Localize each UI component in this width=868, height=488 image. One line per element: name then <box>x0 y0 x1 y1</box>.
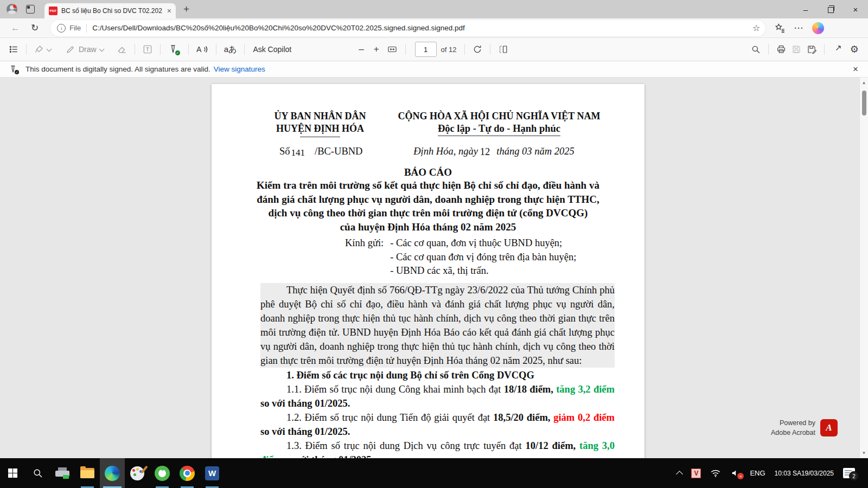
taskbar-printer-app[interactable] <box>50 458 75 488</box>
save-as-icon[interactable] <box>807 44 816 54</box>
print-icon[interactable] <box>776 44 786 54</box>
draw-label: Draw <box>79 45 97 54</box>
search-icon[interactable] <box>751 44 761 54</box>
report-heading: BÁO CÁO <box>212 166 644 178</box>
taskbar-search-button[interactable] <box>25 458 50 488</box>
url-text: C:/Users/Dell/Downloads/BC%20số%20liệu%2… <box>92 24 748 32</box>
minimize-button[interactable]: – <box>793 0 818 18</box>
address-input[interactable]: i File C:/Users/Dell/Downloads/BC%20số%2… <box>50 20 765 36</box>
signature-banner-icon: ✓ <box>9 65 17 74</box>
vertical-scrollbar[interactable]: ▲ ▼ <box>859 78 868 458</box>
tray-expand-chevron[interactable] <box>677 470 682 477</box>
item-1-1-text: 1.1. Điểm số trục nội dung Công khai min… <box>286 384 504 395</box>
toolbar-separator <box>244 44 245 55</box>
clock[interactable]: 10:03 SA 19/03/2025 <box>775 469 834 478</box>
pdf-viewport[interactable]: ỦY BAN NHÂN DÂN HUYỆN ĐỊNH HÓA CỘNG HÒA … <box>0 78 868 458</box>
start-button[interactable] <box>0 458 25 488</box>
chevron-down-icon[interactable] <box>99 46 104 52</box>
toolbar-separator <box>824 44 825 55</box>
settings-gear-icon[interactable]: ⚙ <box>850 43 859 55</box>
language-indicator[interactable]: ENG <box>750 469 765 477</box>
draw-icon[interactable]: Draw <box>66 44 104 54</box>
doc-date-day: 12 <box>480 146 490 157</box>
fullscreen-icon[interactable] <box>832 44 842 54</box>
taskbar-file-explorer[interactable] <box>75 458 100 488</box>
profile-avatar-icon[interactable] <box>7 4 17 15</box>
favorite-star-icon[interactable]: ☆ <box>752 23 760 33</box>
star-lines-icon <box>774 23 785 34</box>
highlight-icon[interactable] <box>34 44 51 54</box>
tab-close-icon[interactable]: × <box>167 7 171 15</box>
item-1-1: 1.1. Điểm số trục nội dung Công khai min… <box>260 382 615 410</box>
add-text-icon[interactable] <box>143 44 152 54</box>
fit-width-icon[interactable] <box>387 44 398 54</box>
page-view-icon[interactable] <box>498 44 508 54</box>
close-button[interactable]: × <box>843 0 868 18</box>
chevron-down-icon[interactable] <box>47 46 52 52</box>
settings-more-icon[interactable]: ⋯ <box>794 22 803 34</box>
item-1-2-rest: so với tháng 01/2025. <box>260 426 350 437</box>
restore-button[interactable] <box>818 0 843 18</box>
browser-tab[interactable]: PDF BC số liệu Bo Chi so DVC T02.202 × <box>44 3 176 18</box>
read-aloud-icon[interactable]: A <box>196 44 208 54</box>
new-tab-button[interactable]: + <box>183 3 189 15</box>
erase-icon[interactable] <box>117 44 127 54</box>
scrollbar-thumb[interactable] <box>862 91 866 115</box>
contents-icon[interactable] <box>9 44 18 54</box>
mute-x-badge: × <box>737 473 744 479</box>
tray-volume-muted[interactable]: × <box>730 468 741 478</box>
refresh-icon[interactable]: ↻ <box>31 22 39 34</box>
doc-date: Định Hóa, ngày12tháng 03 năm 2025 <box>374 146 613 157</box>
item-1-3-rest: so với tháng 01/2025. <box>284 454 374 459</box>
back-icon[interactable]: ← <box>11 23 20 34</box>
section-1-heading: 1. Điểm số các trục nội dung Bộ chỉ số t… <box>260 368 615 382</box>
rotate-icon[interactable] <box>473 44 482 54</box>
ask-copilot-button[interactable]: Ask Copilot <box>253 45 291 54</box>
url-scheme-label: File <box>69 24 81 32</box>
copilot-icon[interactable] <box>812 22 824 34</box>
page-info-icon[interactable]: i <box>57 24 66 33</box>
paint-icon <box>130 466 144 480</box>
tray-vietkey[interactable]: V <box>691 468 701 478</box>
save-icon[interactable] <box>792 44 801 54</box>
taskbar-coccoc-browser[interactable] <box>150 458 175 488</box>
taskbar-paint[interactable] <box>125 458 150 488</box>
recipient-line: - Các cơ quan đơn vị đóng trên địa bàn h… <box>390 251 576 265</box>
toolbar-separator <box>135 44 135 55</box>
page-number-input[interactable] <box>415 42 437 57</box>
acrobat-badge: Powered by Adobe Acrobat A <box>771 418 838 438</box>
acrobat-line2: Adobe Acrobat <box>771 428 815 438</box>
avatar-body <box>8 10 16 15</box>
scroll-down-icon[interactable]: ▼ <box>860 451 868 455</box>
doc-date-pre: Định Hóa, ngày <box>413 146 478 157</box>
signature-icon[interactable]: ✓ <box>168 44 178 54</box>
scroll-up-icon[interactable]: ▲ <box>860 80 868 85</box>
banner-close-icon[interactable]: × <box>853 64 858 75</box>
tab-title: BC số liệu Bo Chi so DVC T02.202 <box>61 7 165 15</box>
workspaces-icon[interactable] <box>26 5 35 14</box>
svg-text:A: A <box>196 45 202 54</box>
tray-wifi[interactable] <box>710 469 721 478</box>
favorites-bar-icon[interactable] <box>774 23 785 34</box>
translate-icon[interactable]: aあ <box>224 44 237 55</box>
item-1-3-text: 1.3. Điểm số trục nội dung Dịch vụ công … <box>286 440 526 451</box>
toolbar-separator <box>768 44 769 55</box>
restore-icon <box>828 7 834 13</box>
taskbar-edge-active[interactable] <box>100 458 125 488</box>
view-signatures-link[interactable]: View signatures <box>214 65 265 73</box>
edge-icon <box>105 466 120 481</box>
national-motto: CỘNG HÒA XÃ HỘI CHỦ NGHĨA VIỆT NAM Độc l… <box>380 110 618 137</box>
item-1-2-delta: giảm 0,2 điểm <box>553 412 615 423</box>
page-count-label: of 12 <box>441 46 457 54</box>
taskbar-word[interactable]: W <box>200 458 225 488</box>
zoom-in-button[interactable]: + <box>374 44 379 55</box>
action-center[interactable]: 2 <box>843 468 855 478</box>
doc-number-row: Số141/BC-UBND Định Hóa, ngày12tháng 03 n… <box>212 146 644 157</box>
clock-date: 19/03/2025 <box>801 469 834 478</box>
omnibox-divider <box>86 24 87 33</box>
profile-alert-dot <box>12 4 17 9</box>
zoom-out-button[interactable]: – <box>359 44 363 55</box>
org-line2: HUYỆN ĐỊNH HÓA <box>252 123 388 135</box>
taskbar-chrome[interactable] <box>175 458 200 488</box>
file-explorer-icon <box>80 468 94 478</box>
